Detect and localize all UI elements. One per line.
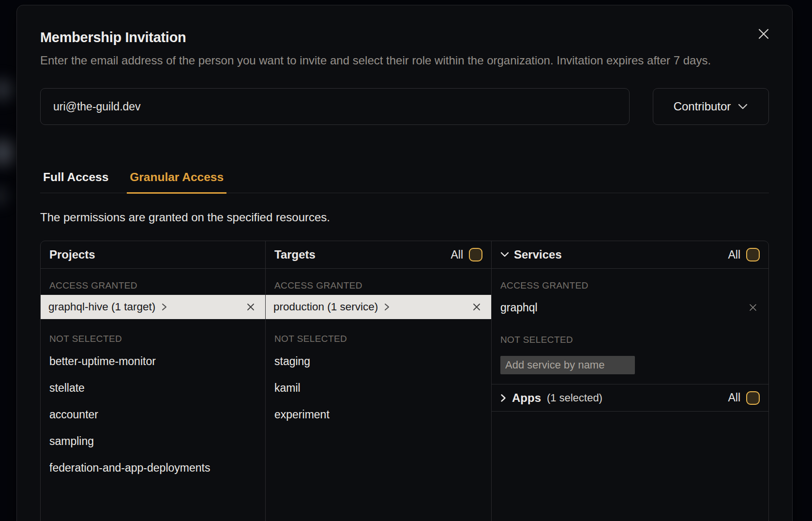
membership-invitation-modal: Membership Invitation Enter the email ad… bbox=[16, 5, 793, 521]
modal-title: Membership Invitation bbox=[40, 5, 769, 46]
services-body: ACCESS GRANTED graphql NOT SELECTED bbox=[492, 269, 768, 384]
modal-description: Enter the email address of the person yo… bbox=[40, 52, 767, 69]
selected-target-label: production (1 service) bbox=[273, 301, 378, 313]
column-services: Services All ACCESS GRANTED graphql bbox=[492, 241, 768, 521]
services-access-granted-label: ACCESS GRANTED bbox=[492, 269, 768, 295]
role-select-label: Contributor bbox=[674, 100, 731, 113]
project-item[interactable]: accounter bbox=[41, 401, 265, 428]
projects-access-granted-label: ACCESS GRANTED bbox=[41, 269, 265, 295]
services-not-selected-label: NOT SELECTED bbox=[492, 320, 768, 349]
background-blur bbox=[0, 182, 15, 211]
apps-label: Apps bbox=[512, 391, 541, 405]
project-item[interactable]: stellate bbox=[41, 375, 265, 401]
invite-form-row: Contributor bbox=[40, 88, 769, 125]
project-item[interactable]: better-uptime-monitor bbox=[41, 348, 265, 375]
selected-target-row[interactable]: production (1 service) bbox=[266, 295, 491, 319]
target-item[interactable]: kamil bbox=[266, 375, 491, 401]
close-icon bbox=[246, 303, 255, 311]
target-item[interactable]: experiment bbox=[266, 401, 491, 428]
chevron-down-icon bbox=[500, 252, 509, 258]
targets-header: Targets All bbox=[266, 241, 491, 269]
close-icon bbox=[748, 303, 758, 312]
projects-header: Projects bbox=[41, 241, 265, 269]
services-all-label: All bbox=[728, 248, 740, 261]
project-item[interactable]: sampling bbox=[41, 428, 265, 455]
selected-project-row[interactable]: graphql-hive (1 target) bbox=[41, 295, 265, 319]
targets-all-checkbox[interactable] bbox=[469, 248, 482, 261]
permissions-note: The permissions are granted on the speci… bbox=[40, 211, 769, 224]
chevron-right-icon bbox=[161, 303, 167, 311]
apps-row[interactable]: Apps (1 selected) All bbox=[492, 384, 768, 412]
apps-all-label: All bbox=[728, 391, 740, 404]
chevron-down-icon bbox=[737, 103, 748, 110]
targets-header-label: Targets bbox=[274, 248, 316, 261]
resources-table: Projects ACCESS GRANTED graphql-hive (1 … bbox=[40, 241, 769, 521]
add-service-input[interactable] bbox=[500, 356, 635, 374]
projects-header-label: Projects bbox=[49, 248, 95, 261]
services-header[interactable]: Services All bbox=[492, 241, 768, 269]
services-header-label: Services bbox=[514, 248, 562, 261]
remove-project-button[interactable] bbox=[244, 300, 257, 314]
targets-all-label: All bbox=[451, 248, 463, 261]
column-targets: Targets All ACCESS GRANTED production (1… bbox=[266, 241, 492, 521]
remove-target-button[interactable] bbox=[470, 300, 483, 314]
selected-project-label: graphql-hive (1 target) bbox=[48, 301, 155, 313]
target-item[interactable]: staging bbox=[266, 348, 491, 375]
column-projects: Projects ACCESS GRANTED graphql-hive (1 … bbox=[41, 241, 266, 521]
granted-service-label: graphql bbox=[500, 301, 538, 314]
close-icon bbox=[472, 303, 481, 311]
tab-granular-access[interactable]: Granular Access bbox=[127, 170, 226, 194]
role-select[interactable]: Contributor bbox=[653, 88, 769, 125]
tab-full-access[interactable]: Full Access bbox=[40, 170, 111, 194]
services-all-checkbox[interactable] bbox=[746, 248, 760, 261]
access-tabs: Full Access Granular Access bbox=[40, 170, 769, 193]
targets-access-granted-label: ACCESS GRANTED bbox=[266, 269, 491, 295]
apps-all-checkbox[interactable] bbox=[746, 391, 760, 405]
apps-count: (1 selected) bbox=[547, 392, 602, 404]
chevron-right-icon bbox=[384, 303, 390, 311]
project-item[interactable]: federation-and-app-deployments bbox=[41, 455, 265, 481]
close-button[interactable] bbox=[756, 27, 771, 41]
remove-service-button[interactable] bbox=[746, 301, 760, 314]
targets-not-selected-label: NOT SELECTED bbox=[266, 319, 491, 348]
email-input[interactable] bbox=[40, 88, 630, 125]
granted-service-row: graphql bbox=[492, 295, 768, 320]
chevron-right-icon bbox=[500, 394, 506, 402]
projects-not-selected-label: NOT SELECTED bbox=[41, 319, 265, 348]
close-icon bbox=[757, 28, 770, 40]
